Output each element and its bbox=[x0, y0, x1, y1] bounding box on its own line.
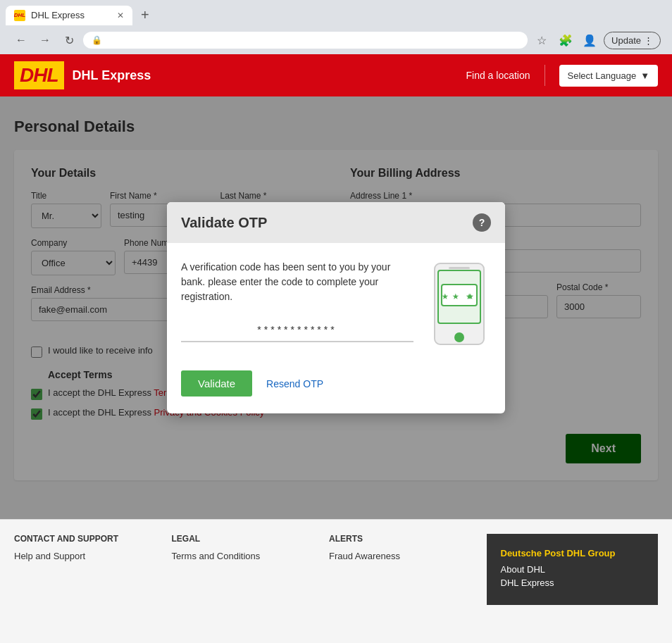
footer-contact-heading: CONTACT AND SUPPORT bbox=[14, 534, 158, 544]
modal-overlay: Validate OTP ? A verification code has b… bbox=[0, 96, 672, 519]
new-tab-button[interactable]: + bbox=[135, 4, 155, 26]
site-footer: CONTACT AND SUPPORT Help and Support LEG… bbox=[0, 519, 672, 619]
validate-otp-modal: Validate OTP ? A verification code has b… bbox=[167, 202, 505, 413]
tab-favicon: DHL bbox=[14, 10, 25, 21]
footer-dhl-express-link[interactable]: DHL Express bbox=[501, 578, 645, 588]
language-selector[interactable]: Select Language ▼ bbox=[559, 65, 658, 87]
toolbar-icons: ☆ 🧩 👤 Update ⋮ bbox=[532, 30, 661, 50]
lock-icon: 🔒 bbox=[92, 35, 102, 45]
address-bar[interactable]: 🔒 bbox=[83, 32, 528, 49]
footer-terms-link[interactable]: Terms and Conditions bbox=[172, 551, 316, 561]
footer-help-link[interactable]: Help and Support bbox=[14, 551, 158, 561]
svg-text:★: ★ bbox=[442, 289, 449, 302]
back-button[interactable]: ← bbox=[11, 30, 31, 50]
forward-button[interactable]: → bbox=[35, 30, 55, 50]
header-right: Find a location Select Language ▼ bbox=[466, 65, 658, 87]
browser-chrome: DHL DHL Express ✕ + ← → ↻ 🔒 ☆ 🧩 👤 Update… bbox=[0, 0, 672, 54]
otp-input[interactable] bbox=[181, 318, 413, 342]
page-content: DHL DHL Express Find a location Select L… bbox=[0, 54, 672, 619]
modal-text: A verification code has been sent to you… bbox=[181, 260, 413, 342]
footer-dhl-group-heading: Deutsche Post DHL Group bbox=[501, 548, 645, 558]
active-tab[interactable]: DHL DHL Express ✕ bbox=[6, 6, 132, 25]
tab-label: DHL Express bbox=[31, 10, 85, 20]
browser-toolbar: ← → ↻ 🔒 ☆ 🧩 👤 Update ⋮ bbox=[6, 26, 666, 54]
modal-body: A verification code has been sent to you… bbox=[167, 243, 505, 370]
phone-svg: ★ ★ ★ ★ bbox=[428, 260, 491, 351]
bookmark-button[interactable]: ☆ bbox=[532, 30, 552, 50]
svg-point-6 bbox=[454, 332, 464, 342]
brand-name: DHL Express bbox=[73, 68, 151, 83]
footer-fraud-link[interactable]: Fraud Awareness bbox=[329, 551, 473, 561]
reload-button[interactable]: ↻ bbox=[59, 30, 79, 50]
header-divider bbox=[545, 65, 545, 86]
dhl-logo-text: DHL bbox=[20, 64, 58, 87]
phone-graphic: ★ ★ ★ ★ bbox=[428, 260, 491, 354]
footer-contact-column: CONTACT AND SUPPORT Help and Support bbox=[14, 534, 172, 605]
footer-about-dhl-link[interactable]: About DHL bbox=[501, 564, 645, 575]
profile-button[interactable]: 👤 bbox=[580, 30, 599, 50]
find-location-link[interactable]: Find a location bbox=[466, 70, 530, 81]
logo-box: DHL bbox=[14, 61, 64, 89]
chevron-down-icon: ⋮ bbox=[644, 35, 653, 46]
modal-description: A verification code has been sent to you… bbox=[181, 260, 413, 304]
modal-footer: Validate Resend OTP bbox=[167, 370, 505, 413]
modal-title: Validate OTP bbox=[181, 215, 267, 231]
tab-close-button[interactable]: ✕ bbox=[117, 11, 124, 20]
validate-button[interactable]: Validate bbox=[181, 370, 252, 397]
chevron-down-icon: ▼ bbox=[640, 70, 649, 81]
modal-header: Validate OTP ? bbox=[167, 202, 505, 243]
resend-otp-link[interactable]: Resend OTP bbox=[266, 378, 323, 389]
extension-button[interactable]: 🧩 bbox=[556, 30, 575, 50]
main-body: Personal Details Your Details Title Mr. … bbox=[0, 96, 672, 519]
update-button[interactable]: Update ⋮ bbox=[604, 32, 661, 49]
dhl-logo: DHL DHL Express bbox=[14, 61, 151, 89]
footer-dhl-group-column: Deutsche Post DHL Group About DHL DHL Ex… bbox=[487, 534, 659, 605]
footer-legal-heading: LEGAL bbox=[172, 534, 316, 544]
help-icon[interactable]: ? bbox=[473, 213, 491, 232]
site-header: DHL DHL Express Find a location Select L… bbox=[0, 54, 672, 96]
footer-alerts-column: ALERTS Fraud Awareness bbox=[329, 534, 487, 605]
footer-legal-column: LEGAL Terms and Conditions bbox=[172, 534, 330, 605]
svg-rect-7 bbox=[449, 267, 470, 269]
footer-alerts-heading: ALERTS bbox=[329, 534, 473, 544]
svg-text:★: ★ bbox=[467, 289, 474, 302]
